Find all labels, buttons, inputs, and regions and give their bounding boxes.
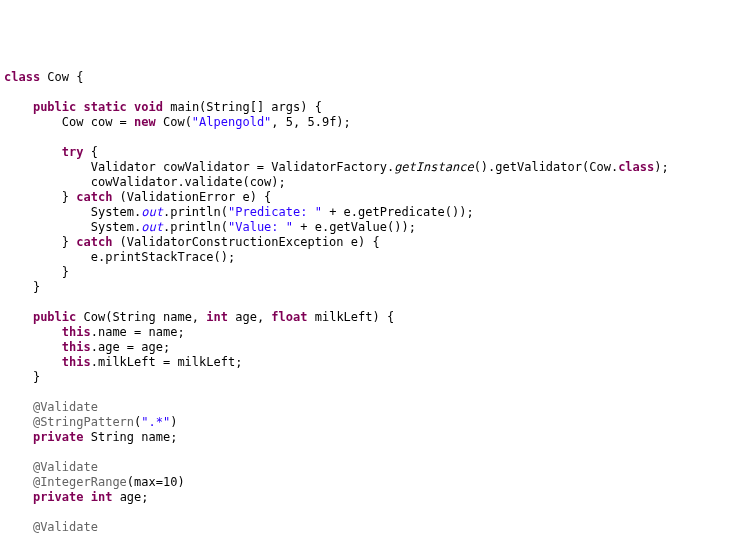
code-line: } catch (ValidationError e) { — [4, 190, 271, 204]
code-line: private String name; — [4, 430, 177, 444]
keyword-this: this — [62, 325, 91, 339]
string-literal: "Predicate: " — [228, 205, 322, 219]
code-line: } — [4, 370, 40, 384]
code-line: try { — [4, 145, 98, 159]
code-line: public Cow(String name, int age, float m… — [4, 310, 394, 324]
keyword-catch: catch — [76, 235, 112, 249]
code-line: cowValidator.validate(cow); — [4, 175, 286, 189]
code-line: @Validate — [4, 400, 98, 414]
code-line: @Validate — [4, 460, 98, 474]
code-line: Validator cowValidator = ValidatorFactor… — [4, 160, 669, 174]
code-line: Cow cow = new Cow("Alpengold", 5, 5.9f); — [4, 115, 351, 129]
annotation-integerrange: @IntegerRange — [33, 475, 127, 489]
code-line: @IntegerRange(max=10) — [4, 475, 185, 489]
code-line: } catch (ValidatorConstructionException … — [4, 235, 380, 249]
code-block: class Cow { public static void main(Stri… — [4, 70, 746, 535]
static-field: out — [141, 220, 163, 234]
keyword-int: int — [206, 310, 228, 324]
string-literal: "Value: " — [228, 220, 293, 234]
code-line: System.out.println("Predicate: " + e.get… — [4, 205, 474, 219]
keyword-void: void — [134, 100, 163, 114]
keyword-private: private — [33, 490, 84, 504]
code-line: @StringPattern(".*") — [4, 415, 177, 429]
string-literal: ".*" — [141, 415, 170, 429]
string-literal: "Alpengold" — [192, 115, 271, 129]
keyword-new: new — [134, 115, 156, 129]
code-line: this.milkLeft = milkLeft; — [4, 355, 242, 369]
annotation-stringpattern: @StringPattern — [33, 415, 134, 429]
static-field: out — [141, 205, 163, 219]
keyword-class: class — [4, 70, 40, 84]
code-line: } — [4, 280, 40, 294]
keyword-public: public — [33, 100, 76, 114]
code-line: this.name = name; — [4, 325, 185, 339]
code-line: class Cow { — [4, 70, 83, 84]
code-line: } — [4, 265, 69, 279]
keyword-float: float — [271, 310, 307, 324]
code-line: public static void main(String[] args) { — [4, 100, 322, 114]
keyword-try: try — [62, 145, 84, 159]
keyword-this: this — [62, 355, 91, 369]
keyword-this: this — [62, 340, 91, 354]
static-method: getInstance — [394, 160, 473, 174]
code-line: e.printStackTrace(); — [4, 250, 235, 264]
keyword-public: public — [33, 310, 76, 324]
code-line: private int age; — [4, 490, 149, 504]
annotation-validate: @Validate — [33, 400, 98, 414]
code-line: System.out.println("Value: " + e.getValu… — [4, 220, 416, 234]
annotation-validate: @Validate — [33, 520, 98, 534]
keyword-private: private — [33, 430, 84, 444]
keyword-int: int — [91, 490, 113, 504]
keyword-catch: catch — [76, 190, 112, 204]
annotation-validate: @Validate — [33, 460, 98, 474]
keyword-class-literal: class — [618, 160, 654, 174]
code-line: this.age = age; — [4, 340, 170, 354]
code-line: @Validate — [4, 520, 98, 534]
keyword-static: static — [84, 100, 127, 114]
